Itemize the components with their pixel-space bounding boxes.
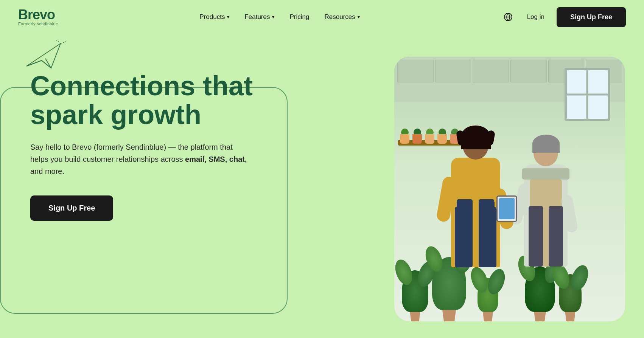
person1-head: [463, 132, 488, 160]
signup-button-hero[interactable]: Sign Up Free: [30, 195, 113, 221]
person2: [515, 140, 576, 321]
hero-title: Connections that spark growth: [30, 72, 295, 129]
nav-item-products[interactable]: Products ▾: [193, 9, 235, 25]
hero-content: Connections that spark growth Say hello …: [30, 42, 295, 221]
person1-body: [451, 158, 500, 267]
brand-logo[interactable]: Brevo Formerly sendinblue: [18, 8, 58, 26]
hero-section: Connections that spark growth Say hello …: [0, 34, 644, 338]
hero-photo: [394, 57, 625, 321]
people-illustration: [434, 110, 585, 321]
signup-button-nav[interactable]: Sign Up Free: [557, 7, 626, 27]
nav-item-features[interactable]: Features ▾: [238, 9, 280, 25]
chevron-down-icon: ▾: [227, 14, 229, 20]
person2-body: [524, 164, 568, 267]
nav-item-pricing[interactable]: Pricing: [283, 9, 315, 25]
nav-links: Products ▾ Features ▾ Pricing Resources …: [193, 9, 366, 25]
login-button[interactable]: Log in: [521, 9, 551, 25]
brand-formerly: Formerly sendinblue: [18, 22, 58, 26]
chevron-down-icon: ▾: [358, 14, 360, 20]
navbar: Brevo Formerly sendinblue Products ▾ Fea…: [0, 0, 644, 34]
person1: [443, 132, 508, 321]
chevron-down-icon: ▾: [272, 14, 274, 20]
nav-item-resources[interactable]: Resources ▾: [318, 9, 366, 25]
language-icon[interactable]: [501, 10, 515, 24]
brand-name: Brevo: [18, 8, 58, 22]
person2-head: [534, 140, 558, 166]
hero-subtitle: Say hello to Brevo (formerly Sendinblue)…: [30, 141, 250, 177]
hero-image: [387, 57, 644, 338]
nav-right-actions: Log in Sign Up Free: [501, 7, 626, 27]
